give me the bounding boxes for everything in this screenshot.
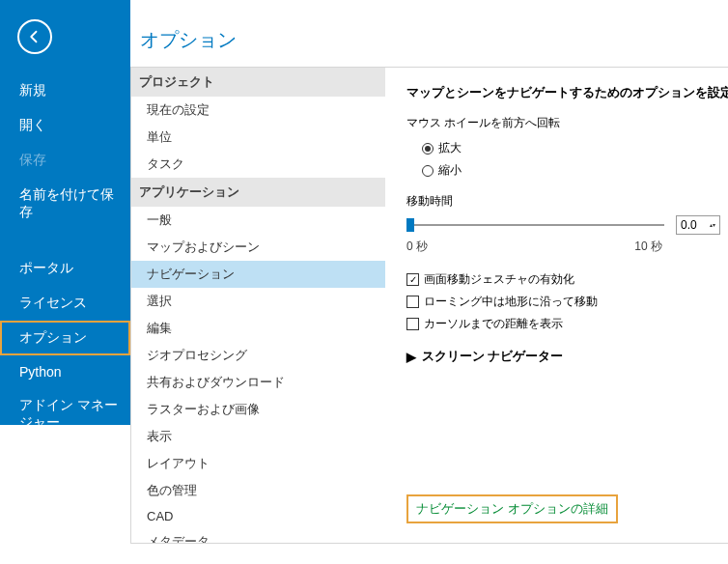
spinner-icon[interactable]: ▴▾ bbox=[710, 222, 715, 228]
category-item[interactable]: ラスターおよび画像 bbox=[131, 396, 385, 423]
category-item[interactable]: マップおよびシーン bbox=[131, 234, 385, 261]
transition-value: 0.0 bbox=[681, 218, 697, 232]
category-item[interactable]: ナビゲーション bbox=[131, 261, 385, 288]
checkbox-icon bbox=[406, 318, 419, 330]
checkbox-gesture[interactable]: ✓ 画面移動ジェスチャの有効化 bbox=[406, 268, 720, 291]
category-item[interactable]: 編集 bbox=[131, 315, 385, 342]
radio-icon bbox=[422, 143, 434, 155]
sidebar-item[interactable]: 新規 bbox=[0, 73, 130, 108]
radio-zoom-in-label: 拡大 bbox=[438, 140, 462, 156]
sidebar-item[interactable]: ライセンス bbox=[0, 286, 130, 321]
category-item[interactable]: 色の管理 bbox=[131, 477, 385, 504]
radio-zoom-in[interactable]: 拡大 bbox=[406, 137, 720, 159]
checkbox-roam[interactable]: ローミング中は地形に沿って移動 bbox=[406, 291, 720, 313]
checkbox-cursor-dist[interactable]: カーソルまでの距離を表示 bbox=[406, 313, 720, 335]
category-item[interactable]: ジオプロセシング bbox=[131, 342, 385, 369]
category-item[interactable]: 一般 bbox=[131, 207, 385, 234]
radio-zoom-out-label: 縮小 bbox=[438, 162, 462, 179]
checkbox-icon bbox=[406, 296, 419, 308]
category-item[interactable]: メタデータ bbox=[131, 528, 385, 543]
screen-navigator-expander[interactable]: ▶ スクリーン ナビゲーター bbox=[406, 349, 720, 365]
category-header: プロジェクト bbox=[131, 68, 385, 97]
radio-zoom-out[interactable]: 縮小 bbox=[406, 159, 720, 182]
sidebar-item[interactable]: オプション bbox=[0, 321, 130, 355]
checkbox-icon: ✓ bbox=[406, 273, 419, 286]
settings-panel: マップとシーンをナビゲートするためのオプションを設定します。 マウス ホイールを… bbox=[385, 68, 728, 543]
checkbox-gesture-label: 画面移動ジェスチャの有効化 bbox=[424, 271, 574, 288]
category-item[interactable]: タスク bbox=[131, 151, 385, 178]
sidebar-item: 保存 bbox=[0, 143, 130, 178]
main-panel: オプション プロジェクト現在の設定単位タスクアプリケーション一般マップおよびシー… bbox=[130, 0, 728, 564]
slider-max-label: 10 秒 bbox=[634, 239, 662, 255]
radio-icon bbox=[422, 165, 434, 177]
back-button[interactable] bbox=[17, 19, 52, 54]
category-item[interactable]: CAD bbox=[131, 504, 385, 528]
checkbox-cursor-dist-label: カーソルまでの距離を表示 bbox=[424, 316, 563, 332]
category-item[interactable]: 表示 bbox=[131, 423, 385, 450]
category-list[interactable]: プロジェクト現在の設定単位タスクアプリケーション一般マップおよびシーンナビゲーシ… bbox=[131, 68, 385, 543]
slider-min-label: 0 秒 bbox=[406, 239, 428, 255]
arrow-left-icon bbox=[26, 28, 43, 45]
more-options-link[interactable]: ナビゲーション オプションの詳細 bbox=[406, 494, 618, 523]
transition-value-input[interactable]: 0.0 ▴▾ bbox=[676, 215, 720, 235]
slider-thumb-icon[interactable] bbox=[406, 218, 414, 232]
page-title: オプション bbox=[130, 0, 728, 67]
category-item[interactable]: 共有およびダウンロード bbox=[131, 369, 385, 396]
sidebar-item[interactable]: 開く bbox=[0, 108, 130, 143]
sidebar-item[interactable]: Python bbox=[0, 355, 130, 388]
transition-label: 移動時間 bbox=[406, 193, 720, 210]
chevron-right-icon: ▶ bbox=[406, 350, 416, 364]
category-item[interactable]: 単位 bbox=[131, 124, 385, 151]
settings-heading: マップとシーンをナビゲートするためのオプションを設定します。 bbox=[406, 85, 720, 101]
expander-label: スクリーン ナビゲーター bbox=[422, 349, 563, 365]
transition-slider[interactable] bbox=[406, 224, 664, 226]
sidebar-item[interactable]: アドイン マネージャー bbox=[0, 388, 130, 440]
category-item[interactable]: 選択 bbox=[131, 288, 385, 315]
wheel-group-label: マウス ホイールを前方へ回転 bbox=[406, 115, 720, 131]
checkbox-roam-label: ローミング中は地形に沿って移動 bbox=[424, 294, 598, 310]
left-sidebar: 新規開く保存名前を付けて保存 ポータルライセンスオプションPythonアドイン … bbox=[0, 0, 130, 425]
category-header: アプリケーション bbox=[131, 178, 385, 207]
sidebar-item[interactable]: 名前を付けて保存 bbox=[0, 178, 130, 230]
category-item[interactable]: レイアウト bbox=[131, 450, 385, 477]
sidebar-item[interactable]: ポータル bbox=[0, 251, 130, 286]
category-item[interactable]: 現在の設定 bbox=[131, 97, 385, 124]
